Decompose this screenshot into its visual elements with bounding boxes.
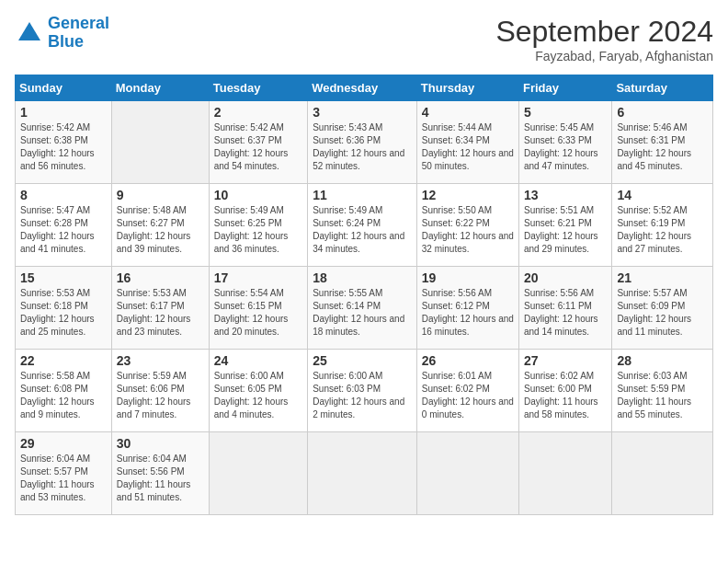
calendar-cell: 15 Sunrise: 5:53 AMSunset: 6:18 PMDaylig…	[16, 267, 112, 350]
day-number: 1	[20, 105, 107, 120]
day-detail: Sunrise: 5:48 AMSunset: 6:27 PMDaylight:…	[117, 204, 204, 256]
day-number: 28	[617, 353, 708, 368]
calendar-cell: 23 Sunrise: 5:59 AMSunset: 6:06 PMDaylig…	[111, 350, 209, 432]
day-detail: Sunrise: 5:53 AMSunset: 6:17 PMDaylight:…	[117, 287, 204, 339]
day-detail: Sunrise: 5:44 AMSunset: 6:34 PMDaylight:…	[422, 121, 514, 173]
calendar-cell: 18 Sunrise: 5:55 AMSunset: 6:14 PMDaylig…	[308, 267, 417, 350]
day-detail: Sunrise: 6:01 AMSunset: 6:02 PMDaylight:…	[422, 370, 514, 421]
day-detail: Sunrise: 6:02 AMSunset: 6:00 PMDaylight:…	[524, 370, 607, 421]
day-detail: Sunrise: 5:49 AMSunset: 6:25 PMDaylight:…	[214, 204, 302, 256]
day-detail: Sunrise: 5:54 AMSunset: 6:15 PMDaylight:…	[214, 287, 302, 339]
header-row: Sunday Monday Tuesday Wednesday Thursday…	[16, 75, 713, 101]
day-number: 14	[617, 188, 708, 202]
col-sunday: Sunday	[16, 75, 112, 101]
calendar-cell: 21 Sunrise: 5:57 AMSunset: 6:09 PMDaylig…	[612, 267, 713, 350]
day-number: 30	[117, 436, 204, 451]
day-number: 26	[422, 353, 514, 368]
day-detail: Sunrise: 5:46 AMSunset: 6:31 PMDaylight:…	[617, 121, 708, 173]
day-detail: Sunrise: 5:42 AMSunset: 6:37 PMDaylight:…	[214, 121, 302, 173]
day-detail: Sunrise: 5:58 AMSunset: 6:08 PMDaylight:…	[20, 370, 107, 421]
calendar-week-1: 8 Sunrise: 5:47 AMSunset: 6:28 PMDayligh…	[16, 184, 713, 267]
col-friday: Friday	[518, 75, 611, 101]
calendar-cell: 30 Sunrise: 6:04 AMSunset: 5:56 PMDaylig…	[111, 432, 209, 515]
day-number: 6	[617, 105, 708, 120]
day-number: 19	[422, 270, 514, 285]
day-number: 24	[214, 353, 302, 368]
calendar-week-2: 15 Sunrise: 5:53 AMSunset: 6:18 PMDaylig…	[16, 267, 713, 350]
title-block: September 2024 Fayzabad, Faryab, Afghani…	[495, 15, 713, 63]
day-number: 17	[214, 270, 302, 285]
calendar-cell: 29 Sunrise: 6:04 AMSunset: 5:57 PMDaylig…	[16, 432, 112, 515]
calendar-cell: 19 Sunrise: 5:56 AMSunset: 6:12 PMDaylig…	[416, 267, 518, 350]
day-number: 10	[214, 188, 302, 202]
day-detail: Sunrise: 5:47 AMSunset: 6:28 PMDaylight:…	[20, 204, 107, 256]
svg-marker-0	[18, 22, 40, 40]
calendar-cell: 26 Sunrise: 6:01 AMSunset: 6:02 PMDaylig…	[416, 350, 518, 432]
calendar-cell: 16 Sunrise: 5:53 AMSunset: 6:17 PMDaylig…	[111, 267, 209, 350]
day-number: 13	[524, 188, 607, 202]
calendar-cell: 8 Sunrise: 5:47 AMSunset: 6:28 PMDayligh…	[16, 184, 112, 267]
col-saturday: Saturday	[612, 75, 713, 101]
calendar-cell: 14 Sunrise: 5:52 AMSunset: 6:19 PMDaylig…	[612, 184, 713, 267]
calendar-cell: 13 Sunrise: 5:51 AMSunset: 6:21 PMDaylig…	[518, 184, 611, 267]
calendar-cell: 9 Sunrise: 5:48 AMSunset: 6:27 PMDayligh…	[111, 184, 209, 267]
day-number: 25	[313, 353, 412, 368]
day-detail: Sunrise: 5:50 AMSunset: 6:22 PMDaylight:…	[422, 204, 514, 256]
calendar-cell	[209, 432, 307, 515]
day-detail: Sunrise: 5:59 AMSunset: 6:06 PMDaylight:…	[117, 370, 204, 421]
col-thursday: Thursday	[416, 75, 518, 101]
day-detail: Sunrise: 6:03 AMSunset: 5:59 PMDaylight:…	[617, 370, 708, 421]
calendar-cell: 20 Sunrise: 5:56 AMSunset: 6:11 PMDaylig…	[518, 267, 611, 350]
day-detail: Sunrise: 5:43 AMSunset: 6:36 PMDaylight:…	[313, 121, 412, 173]
day-detail: Sunrise: 5:52 AMSunset: 6:19 PMDaylight:…	[617, 204, 708, 256]
calendar-cell	[308, 432, 417, 515]
calendar-cell: 3 Sunrise: 5:43 AMSunset: 6:36 PMDayligh…	[308, 101, 417, 184]
day-detail: Sunrise: 5:45 AMSunset: 6:33 PMDaylight:…	[524, 121, 607, 173]
calendar-cell: 1 Sunrise: 5:42 AMSunset: 6:38 PMDayligh…	[16, 101, 112, 184]
calendar-cell	[111, 101, 209, 184]
col-monday: Monday	[111, 75, 209, 101]
day-detail: Sunrise: 5:53 AMSunset: 6:18 PMDaylight:…	[20, 287, 107, 339]
logo-icon	[15, 18, 44, 48]
day-number: 18	[313, 270, 412, 285]
calendar-cell: 5 Sunrise: 5:45 AMSunset: 6:33 PMDayligh…	[518, 101, 611, 184]
calendar-cell	[416, 432, 518, 515]
day-number: 16	[117, 270, 204, 285]
day-detail: Sunrise: 6:04 AMSunset: 5:56 PMDaylight:…	[117, 453, 204, 504]
calendar-cell: 22 Sunrise: 5:58 AMSunset: 6:08 PMDaylig…	[16, 350, 112, 432]
day-number: 15	[20, 270, 107, 285]
calendar-cell: 11 Sunrise: 5:49 AMSunset: 6:24 PMDaylig…	[308, 184, 417, 267]
calendar-cell: 10 Sunrise: 5:49 AMSunset: 6:25 PMDaylig…	[209, 184, 307, 267]
day-number: 20	[524, 270, 607, 285]
day-number: 12	[422, 188, 514, 202]
day-number: 22	[20, 353, 107, 368]
month-title: September 2024	[495, 15, 713, 49]
logo-text: GeneralBlue	[48, 15, 109, 52]
day-number: 11	[313, 188, 412, 202]
day-detail: Sunrise: 5:42 AMSunset: 6:38 PMDaylight:…	[20, 121, 107, 173]
location: Fayzabad, Faryab, Afghanistan	[495, 49, 713, 63]
day-detail: Sunrise: 6:00 AMSunset: 6:05 PMDaylight:…	[214, 370, 302, 421]
calendar-cell: 24 Sunrise: 6:00 AMSunset: 6:05 PMDaylig…	[209, 350, 307, 432]
day-number: 5	[524, 105, 607, 120]
calendar-cell: 4 Sunrise: 5:44 AMSunset: 6:34 PMDayligh…	[416, 101, 518, 184]
day-detail: Sunrise: 5:55 AMSunset: 6:14 PMDaylight:…	[313, 287, 412, 339]
day-number: 29	[20, 436, 107, 451]
day-detail: Sunrise: 5:49 AMSunset: 6:24 PMDaylight:…	[313, 204, 412, 256]
day-number: 23	[117, 353, 204, 368]
page-header: GeneralBlue September 2024 Fayzabad, Far…	[15, 15, 713, 63]
calendar-week-0: 1 Sunrise: 5:42 AMSunset: 6:38 PMDayligh…	[16, 101, 713, 184]
day-detail: Sunrise: 5:56 AMSunset: 6:11 PMDaylight:…	[524, 287, 607, 339]
day-number: 21	[617, 270, 708, 285]
col-wednesday: Wednesday	[308, 75, 417, 101]
day-detail: Sunrise: 6:04 AMSunset: 5:57 PMDaylight:…	[20, 453, 107, 504]
calendar-cell: 25 Sunrise: 6:00 AMSunset: 6:03 PMDaylig…	[308, 350, 417, 432]
day-detail: Sunrise: 5:57 AMSunset: 6:09 PMDaylight:…	[617, 287, 708, 339]
col-tuesday: Tuesday	[209, 75, 307, 101]
day-number: 27	[524, 353, 607, 368]
calendar-cell	[612, 432, 713, 515]
calendar-cell: 27 Sunrise: 6:02 AMSunset: 6:00 PMDaylig…	[518, 350, 611, 432]
day-detail: Sunrise: 5:56 AMSunset: 6:12 PMDaylight:…	[422, 287, 514, 339]
calendar-week-3: 22 Sunrise: 5:58 AMSunset: 6:08 PMDaylig…	[16, 350, 713, 432]
day-number: 3	[313, 105, 412, 120]
